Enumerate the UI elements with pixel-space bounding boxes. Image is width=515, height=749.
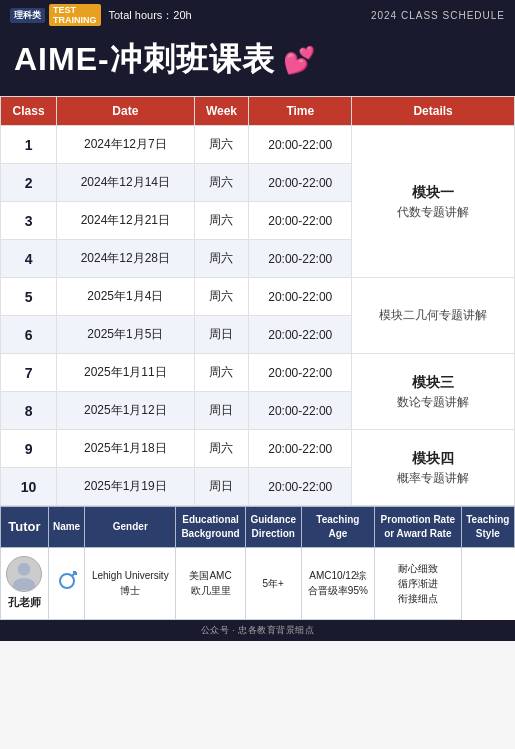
class-num: 9 xyxy=(1,430,57,468)
col-class: Class xyxy=(1,97,57,126)
tutor-gender-cell xyxy=(48,548,84,620)
col-week: Week xyxy=(194,97,249,126)
week-cell: 周六 xyxy=(194,354,249,392)
time-cell: 20:00-22:00 xyxy=(249,468,352,506)
li-ke-label: 理科类 xyxy=(10,8,45,23)
week-cell: 周六 xyxy=(194,278,249,316)
tutor-col-age: TeachingAge xyxy=(301,507,374,548)
class-num: 6 xyxy=(1,316,57,354)
time-cell: 20:00-22:00 xyxy=(249,392,352,430)
svg-point-2 xyxy=(60,574,74,588)
table-row: 7 2025年1月11日 周六 20:00-22:00 模块三 数论专题讲解 xyxy=(1,354,515,392)
tutor-col-name: Name xyxy=(48,507,84,548)
table-header-row: Class Date Week Time Details xyxy=(1,97,515,126)
class-num: 8 xyxy=(1,392,57,430)
tutor-header-row: Tutor Name Gender EducationalBackground … xyxy=(1,507,515,548)
date-cell: 2025年1月4日 xyxy=(57,278,194,316)
year-label: 2024 CLASS SCHEDULE xyxy=(371,10,505,21)
week-cell: 周六 xyxy=(194,202,249,240)
class-num: 5 xyxy=(1,278,57,316)
class-num: 1 xyxy=(1,126,57,164)
tutor-age-cell: 5年+ xyxy=(245,548,301,620)
tutor-col-style: TeachingStyle xyxy=(461,507,514,548)
time-cell: 20:00-22:00 xyxy=(249,354,352,392)
class-num: 3 xyxy=(1,202,57,240)
avatar xyxy=(6,556,42,592)
time-cell: 20:00-22:00 xyxy=(249,240,352,278)
date-cell: 2025年1月19日 xyxy=(57,468,194,506)
tutor-col-dir: GuidanceDirection xyxy=(245,507,301,548)
week-cell: 周日 xyxy=(194,316,249,354)
week-cell: 周六 xyxy=(194,240,249,278)
week-cell: 周日 xyxy=(194,468,249,506)
time-cell: 20:00-22:00 xyxy=(249,126,352,164)
time-cell: 20:00-22:00 xyxy=(249,316,352,354)
heart-icon: 💕 xyxy=(283,45,316,76)
time-cell: 20:00-22:00 xyxy=(249,430,352,468)
time-cell: 20:00-22:00 xyxy=(249,164,352,202)
total-hours: Total hours：20h xyxy=(109,8,192,23)
table-row: 5 2025年1月4日 周六 20:00-22:00 模块二几何专题讲解 xyxy=(1,278,515,316)
svg-point-1 xyxy=(13,578,35,590)
footer-label: 公众号 · 忠各教育背景细点 xyxy=(201,625,315,635)
col-date: Date xyxy=(57,97,194,126)
brand-area: 理科类 TESTTRAINING xyxy=(10,4,101,26)
top-bar: 理科类 TESTTRAINING Total hours：20h 2024 CL… xyxy=(0,0,515,30)
tutor-rate-cell: AMC10/12综合晋级率95% xyxy=(301,548,374,620)
tutor-col-edu: EducationalBackground xyxy=(176,507,245,548)
tutor-col-gender: Gender xyxy=(85,507,176,548)
table-row: 1 2024年12月7日 周六 20:00-22:00 模块一 代数专题讲解 xyxy=(1,126,515,164)
col-details: Details xyxy=(352,97,515,126)
details-module3: 模块三 数论专题讲解 xyxy=(352,354,515,430)
date-cell: 2025年1月12日 xyxy=(57,392,194,430)
tutor-col-rate: Promotion Rateor Award Rate xyxy=(375,507,462,548)
schedule-table: Class Date Week Time Details 1 2024年12月7… xyxy=(0,96,515,506)
tutor-dir-cell: 美国AMC欧几里里 xyxy=(176,548,245,620)
tutor-label-header: Tutor xyxy=(1,507,49,548)
time-cell: 20:00-22:00 xyxy=(249,278,352,316)
details-module4: 模块四 概率专题讲解 xyxy=(352,430,515,506)
date-cell: 2024年12月7日 xyxy=(57,126,194,164)
date-cell: 2025年1月11日 xyxy=(57,354,194,392)
tutor-row: 孔老师 Lehigh University博士 美国AMC欧几里里 5年+ AM… xyxy=(1,548,515,620)
footer-bar: 公众号 · 忠各教育背景细点 xyxy=(0,620,515,641)
title-area: AIME-冲刺班课表 💕 xyxy=(0,30,515,96)
teacher-name: 孔老师 xyxy=(8,594,41,611)
tutor-table: Tutor Name Gender EducationalBackground … xyxy=(0,506,515,620)
week-cell: 周日 xyxy=(194,392,249,430)
date-cell: 2024年12月28日 xyxy=(57,240,194,278)
tutor-name-cell: 孔老师 xyxy=(1,548,49,620)
tt-badge: TESTTRAINING xyxy=(49,4,101,26)
time-cell: 20:00-22:00 xyxy=(249,202,352,240)
week-cell: 周六 xyxy=(194,126,249,164)
title-text: AIME-冲刺班课表 xyxy=(14,38,275,82)
class-num: 10 xyxy=(1,468,57,506)
male-icon xyxy=(57,571,77,591)
date-cell: 2024年12月21日 xyxy=(57,202,194,240)
page-wrapper: 理科类 TESTTRAINING Total hours：20h 2024 CL… xyxy=(0,0,515,641)
svg-point-0 xyxy=(18,563,31,576)
details-module2: 模块二几何专题讲解 xyxy=(352,278,515,354)
date-cell: 2024年12月14日 xyxy=(57,164,194,202)
class-num: 4 xyxy=(1,240,57,278)
tutor-style-cell: 耐心细致循序渐进衔接细点 xyxy=(375,548,462,620)
main-title: AIME-冲刺班课表 💕 xyxy=(14,38,501,82)
details-module1: 模块一 代数专题讲解 xyxy=(352,126,515,278)
table-row: 9 2025年1月18日 周六 20:00-22:00 模块四 概率专题讲解 xyxy=(1,430,515,468)
col-time: Time xyxy=(249,97,352,126)
date-cell: 2025年1月5日 xyxy=(57,316,194,354)
person-icon xyxy=(8,558,40,590)
date-cell: 2025年1月18日 xyxy=(57,430,194,468)
class-num: 2 xyxy=(1,164,57,202)
week-cell: 周六 xyxy=(194,164,249,202)
teacher-info: 孔老师 xyxy=(5,556,44,611)
week-cell: 周六 xyxy=(194,430,249,468)
class-num: 7 xyxy=(1,354,57,392)
tutor-edu-cell: Lehigh University博士 xyxy=(85,548,176,620)
